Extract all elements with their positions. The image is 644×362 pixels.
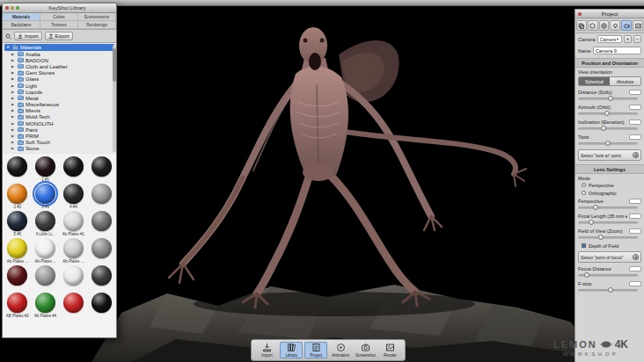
focal-length-value-field[interactable] [629,214,641,219]
tree-item-light[interactable]: ▶Light [4,83,114,89]
library-titlebar[interactable]: KeyShot Library [3,4,116,13]
dock-screenshot-button[interactable]: Screenshot [354,342,377,358]
project-panel-titlebar[interactable]: Project [575,10,644,18]
tree-root-materials[interactable]: ▼ Materials [4,44,114,51]
twist-slider[interactable] [578,142,638,145]
expand-arrow-icon[interactable]: ▶ [11,147,16,150]
dock-import-button[interactable]: Import [255,342,278,358]
expand-arrow-icon[interactable]: ▶ [11,84,16,88]
tab-camera[interactable] [621,20,632,31]
focus-distance-value-field[interactable] [629,266,641,272]
twist-value-field[interactable] [629,134,641,140]
tree-item-miscellaneous[interactable]: ▶Miscellaneous [4,102,114,108]
slider-knob[interactable] [604,111,610,116]
camera-name-field[interactable]: Camera 9 [593,47,641,54]
expand-arrow-icon[interactable]: ▶ [11,109,16,112]
expand-arrow-icon[interactable]: ▶ [11,53,16,56]
distance-value-field[interactable] [629,90,641,95]
expand-arrow-icon[interactable]: ▶ [11,115,16,119]
tree-item-cloth-and-leather[interactable]: ▶Cloth and Leather [4,63,114,69]
field-of-view-slider[interactable] [578,236,638,239]
expand-arrow-icon[interactable]: ▶ [11,128,16,132]
import-button[interactable]: Import [14,32,42,40]
tab-environments[interactable]: Environments [78,13,116,21]
expand-arrow-icon[interactable]: ▶ [11,134,16,138]
tree-item-mievis[interactable]: ▶Mievis [4,108,114,114]
slider-knob[interactable] [601,126,606,131]
expand-arrow-icon[interactable]: ▶ [11,71,16,75]
fstop-value-field[interactable] [629,281,641,286]
tree-item-paint[interactable]: ▶Paint [4,127,114,133]
tab-environment[interactable] [599,20,610,31]
expand-arrow-icon[interactable]: ▶ [11,90,16,94]
radio-selected-icon[interactable] [582,183,586,187]
material-swatch[interactable] [87,265,115,291]
material-swatch[interactable] [4,265,32,291]
slider-knob[interactable] [589,220,594,225]
material-swatch[interactable]: A Little Li... [32,211,60,236]
expand-arrow-icon[interactable]: ▶ [11,103,16,106]
tree-item-badoon[interactable]: ▶BADOON [4,57,114,63]
orthographic-radio-row[interactable]: Orthographic [575,189,644,197]
scrollbar-thumb[interactable] [113,48,116,82]
slider-knob[interactable] [593,205,598,210]
material-swatch[interactable]: AB Plates #2 [4,293,32,318]
material-swatch[interactable] [60,156,88,182]
tree-item-metal[interactable]: ▶Metal [4,95,114,101]
expand-arrow-icon[interactable]: ▶ [11,122,16,126]
material-swatch[interactable] [60,293,88,318]
tab-colors[interactable]: Colors [40,13,78,21]
material-swatch[interactable] [60,265,88,291]
tab-renderings[interactable]: Renderings [78,21,116,29]
inclination-value-field[interactable] [629,119,641,125]
dock-library-button[interactable]: Library [280,342,303,358]
tree-item-gem-stones[interactable]: ▶Gem Stones [4,70,114,76]
distance-slider[interactable] [578,98,638,100]
inclination-slider[interactable] [578,127,638,130]
tree-item-axalta[interactable]: ▶Axalta [4,51,114,57]
material-swatch[interactable]: Ab Plates #4 [32,293,60,318]
fstop-slider[interactable] [578,289,638,292]
expand-arrow-icon[interactable]: ▶ [11,141,16,144]
spherical-tab[interactable]: Spherical [579,77,610,85]
expand-arrow-icon[interactable]: ▶ [11,65,16,69]
search-icon[interactable] [5,33,11,40]
expand-arrow-icon[interactable]: ▶ [11,59,16,62]
select-look-at-point-button[interactable]: Select "look at" point [578,149,641,161]
focal-length-slider[interactable] [578,221,638,224]
tab-backplates[interactable]: Backplates [3,21,40,29]
tab-materials[interactable]: Materials [3,13,40,21]
radio-unselected-icon[interactable] [582,191,586,195]
dock-render-button[interactable]: Render [378,342,401,358]
tab-lighting[interactable] [610,20,620,31]
focus-distance-slider[interactable] [578,274,638,277]
tab-image[interactable] [633,20,643,31]
tab-scene[interactable] [576,20,587,31]
material-swatch[interactable] [32,265,60,291]
material-swatch[interactable]: 1 #1 [32,156,60,182]
perspective-slider[interactable] [578,206,638,209]
dock-project-button[interactable]: Project [304,342,327,358]
azimuth-slider[interactable] [578,112,638,115]
tree-item-mold-tech[interactable]: ▶Mold-Tech [4,114,114,120]
material-swatch[interactable]: Ab Plates ... [32,238,60,264]
perspective-value-field[interactable] [629,199,641,204]
slider-knob[interactable] [608,287,613,293]
material-swatch[interactable] [87,184,115,209]
slider-knob[interactable] [584,272,589,278]
perspective-radio-row[interactable]: Perspective [575,181,644,189]
material-swatch[interactable]: Ab Plates #1 [60,211,88,236]
close-button[interactable] [578,12,582,16]
slider-knob[interactable] [608,96,613,101]
material-swatch[interactable] [87,238,115,264]
material-swatch[interactable]: Ab Plates ... [4,238,32,264]
tab-material[interactable] [588,20,598,31]
slider-knob[interactable] [605,141,611,146]
depth-of-field-checkbox[interactable] [582,243,586,248]
delete-camera-button[interactable]: – [633,35,641,43]
dock-animation-button[interactable]: Animation [329,342,352,358]
tree-item-monolith[interactable]: ▶MONOLITH [4,120,114,127]
add-camera-button[interactable]: + [624,35,632,43]
material-swatch[interactable] [87,211,115,236]
tab-textures[interactable]: Textures [40,21,78,29]
